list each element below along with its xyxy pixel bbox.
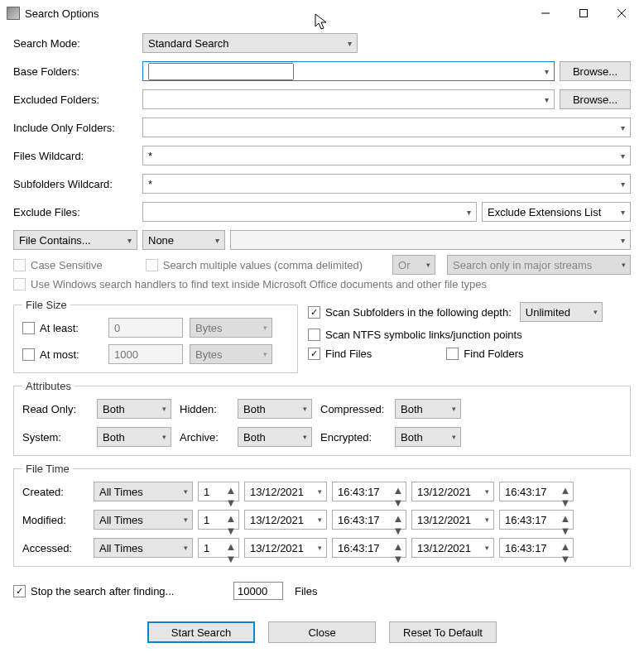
file-contains-mode-combo[interactable]: None▾ (142, 230, 225, 250)
include-only-label: Include Only Folders: (13, 122, 137, 134)
search-mode-value: Standard Search (148, 37, 229, 50)
multi-values-check[interactable]: Search multiple values (comma delimited) (146, 259, 363, 271)
modified-time-from[interactable]: 16:43:17▲▼ (332, 510, 406, 530)
created-time-to[interactable]: 16:43:17▲▼ (499, 482, 574, 501)
encrypted-label: Encrypted: (312, 431, 395, 444)
exclude-files-label: Exclude Files: (13, 206, 137, 218)
created-date-from[interactable]: 13/12/2021▾ (244, 482, 327, 501)
svg-rect-1 (580, 10, 588, 17)
major-streams-combo[interactable]: Search only in major streams▾ (447, 255, 631, 275)
base-folders-input[interactable] (148, 63, 294, 80)
chevron-down-icon: ▾ (162, 433, 166, 441)
include-only-combo[interactable]: ▾ (142, 118, 631, 137)
created-num[interactable]: 1▲▼ (198, 482, 239, 501)
exclude-extensions-combo[interactable]: Exclude Extensions List▾ (482, 202, 631, 222)
reset-button[interactable]: Reset To Default (389, 621, 497, 643)
chevron-down-icon: ▾ (162, 405, 166, 413)
hidden-combo[interactable]: Both▾ (238, 399, 312, 419)
file-size-group: File Size At least: 0 Bytes▾ At most: 10… (13, 299, 298, 373)
accessed-range[interactable]: All Times▾ (94, 538, 193, 558)
file-contains-text[interactable]: ▾ (230, 230, 631, 250)
files-wildcard-label: Files Wildcard: (13, 150, 137, 162)
chevron-down-icon: ▾ (184, 516, 188, 524)
chevron-down-icon: ▾ (621, 123, 625, 132)
maximize-button[interactable] (565, 1, 603, 26)
chevron-down-icon: ▾ (485, 487, 489, 496)
at-least-input[interactable]: 0 (108, 318, 183, 338)
chevron-down-icon: ▾ (303, 405, 307, 413)
browse-base-button[interactable]: Browse... (560, 61, 631, 81)
stop-after-input[interactable] (233, 582, 283, 600)
subfolders-wildcard-combo[interactable]: *▾ (142, 174, 631, 194)
modified-num[interactable]: 1▲▼ (198, 510, 239, 530)
case-sensitive-check[interactable]: Case Sensitive (13, 259, 103, 271)
chevron-down-icon: ▾ (621, 236, 625, 245)
modified-time-to[interactable]: 16:43:17▲▼ (499, 510, 574, 530)
chevron-down-icon: ▾ (621, 208, 625, 217)
archive-label: Archive: (171, 431, 238, 444)
browse-excluded-button[interactable]: Browse... (560, 89, 631, 109)
find-folders-check[interactable]: Find Folders (446, 348, 523, 360)
depth-combo[interactable]: Unlimited▾ (520, 302, 603, 322)
at-least-units[interactable]: Bytes▾ (190, 318, 272, 338)
close-button[interactable] (603, 1, 641, 26)
chevron-down-icon: ▾ (545, 95, 549, 104)
created-time-from[interactable]: 16:43:17▲▼ (332, 482, 406, 501)
chevron-down-icon: ▾ (348, 39, 352, 48)
stop-after-suffix: Files (295, 585, 317, 597)
at-least-check[interactable]: At least: (22, 322, 102, 334)
archive-combo[interactable]: Both▾ (238, 427, 312, 447)
minimize-button[interactable] (526, 1, 565, 26)
chevron-down-icon: ▾ (263, 350, 267, 358)
at-most-check[interactable]: At most: (22, 348, 102, 361)
attributes-group: Attributes Read Only: Both▾ Hidden: Both… (13, 380, 631, 456)
file-size-legend: File Size (22, 299, 70, 311)
stop-after-check[interactable]: ✓Stop the search after finding... (13, 585, 228, 597)
modified-date-from[interactable]: 13/12/2021▾ (244, 510, 327, 530)
chevron-down-icon: ▾ (545, 67, 549, 76)
accessed-date-from[interactable]: 13/12/2021▾ (244, 538, 327, 558)
or-combo[interactable]: Or▾ (392, 255, 435, 275)
search-mode-combo[interactable]: Standard Search▾ (142, 33, 358, 53)
exclude-files-combo[interactable]: ▾ (142, 202, 477, 222)
start-search-button[interactable]: Start Search (147, 621, 255, 643)
close-button-footer[interactable]: Close (268, 621, 376, 643)
chevron-down-icon: ▾ (303, 433, 307, 441)
at-most-units[interactable]: Bytes▾ (190, 344, 272, 364)
compressed-combo[interactable]: Both▾ (395, 399, 461, 419)
file-contains-combo[interactable]: File Contains...▾ (13, 230, 137, 250)
base-folders-combo[interactable]: ▾ (142, 61, 555, 81)
modified-date-to[interactable]: 13/12/2021▾ (411, 510, 494, 530)
system-label: System: (22, 431, 97, 444)
compressed-label: Compressed: (312, 403, 395, 415)
encrypted-combo[interactable]: Both▾ (395, 427, 461, 447)
scan-subfolders-check[interactable]: ✓Scan Subfolders in the following depth: (308, 306, 512, 319)
accessed-time-from[interactable]: 16:43:17▲▼ (332, 538, 406, 558)
created-label: Created: (22, 486, 89, 498)
readonly-combo[interactable]: Both▾ (97, 399, 171, 419)
files-wildcard-combo[interactable]: *▾ (142, 146, 631, 166)
system-combo[interactable]: Both▾ (97, 427, 171, 447)
chevron-down-icon: ▾ (426, 261, 430, 269)
at-most-input[interactable]: 1000 (108, 344, 183, 364)
chevron-down-icon: ▾ (452, 433, 456, 441)
chevron-down-icon: ▾ (215, 236, 219, 245)
created-range[interactable]: All Times▾ (94, 482, 193, 501)
modified-range[interactable]: All Times▾ (94, 510, 193, 530)
scan-ntfs-check[interactable]: Scan NTFS symbolic links/junction points (308, 329, 522, 341)
search-mode-label: Search Mode: (13, 37, 137, 50)
up-icon[interactable]: ▲ (226, 484, 237, 496)
accessed-label: Accessed: (22, 542, 89, 554)
accessed-time-to[interactable]: 16:43:17▲▼ (499, 538, 574, 558)
find-files-check[interactable]: ✓Find Files (308, 348, 372, 360)
hidden-label: Hidden: (171, 403, 238, 415)
chevron-down-icon: ▾ (318, 544, 322, 552)
chevron-down-icon: ▾ (594, 308, 598, 316)
excluded-folders-combo[interactable]: ▾ (142, 89, 555, 109)
accessed-date-to[interactable]: 13/12/2021▾ (411, 538, 494, 558)
accessed-num[interactable]: 1▲▼ (198, 538, 239, 558)
created-date-to[interactable]: 13/12/2021▾ (411, 482, 494, 501)
chevron-down-icon: ▾ (127, 236, 132, 245)
down-icon[interactable]: ▼ (226, 496, 237, 509)
win-handlers-check[interactable]: Use Windows search handlers to find text… (13, 278, 487, 290)
